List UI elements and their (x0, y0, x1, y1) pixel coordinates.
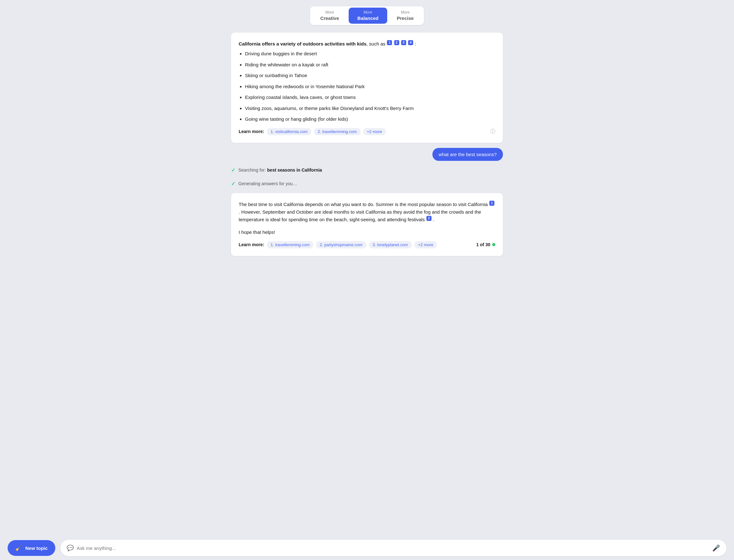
first-answer-intro-rest: , such as (366, 41, 385, 46)
mode-balanced-button[interactable]: More Balanced (349, 8, 388, 24)
status-generating-text: Generating answers for you… (238, 181, 297, 186)
second-learn-more-row: Learn more: 1. travellemming.com 2. part… (239, 241, 495, 248)
user-message-text: what are the best seasons? (432, 148, 503, 161)
second-link-2[interactable]: 2. partyshopmaine.com (316, 241, 366, 248)
mode-balanced-bottom: Balanced (358, 15, 379, 21)
first-link-1[interactable]: 1. visitcalifornia.com (267, 128, 311, 135)
list-item: Exploring coastal islands, lava caves, o… (245, 94, 495, 101)
list-item: Visiting zoos, aquariums, or theme parks… (245, 105, 495, 112)
first-learn-more-row: Learn more: 1. visitcalifornia.com 2. tr… (239, 128, 495, 135)
second-link-3[interactable]: 3. lonelyplanet.com (369, 241, 412, 248)
first-answer-intro: California offers a variety of outdoors … (239, 40, 495, 48)
broom-icon: 🧹 (15, 545, 22, 551)
first-answer-list: Driving dune buggies in the desert Ridin… (245, 50, 495, 123)
status-generating-row: ✓ Generating answers for you… (231, 180, 503, 188)
green-dot-icon (492, 243, 495, 246)
search-bar: 💬 🎤 (60, 540, 726, 556)
second-link-more[interactable]: +2 more (414, 241, 437, 248)
new-topic-button[interactable]: 🧹 New topic (8, 540, 55, 556)
chat-area: California offers a variety of outdoors … (231, 33, 503, 560)
list-item: Going wine tasting or hang gliding (for … (245, 116, 495, 123)
mode-precise-bottom: Precise (397, 15, 413, 21)
second-para1b-text: . However, September and October are ide… (239, 209, 481, 222)
mode-balanced-top: More (358, 10, 379, 15)
citation-4: 4 (408, 40, 413, 45)
first-learn-more-label: Learn more: (239, 129, 264, 134)
citation-s2: 2 (426, 216, 431, 221)
second-para1c-text: . (433, 217, 434, 222)
status-searching-bold: best seasons in California (267, 167, 322, 173)
second-link-1[interactable]: 1. travellemming.com (267, 241, 314, 248)
mic-icon[interactable]: 🎤 (712, 544, 720, 552)
second-answer-card: The best time to visit California depend… (231, 193, 503, 256)
new-topic-label: New topic (25, 545, 48, 551)
second-para1-text: The best time to visit California depend… (239, 202, 488, 207)
page-count-text: 1 of 30 (476, 242, 490, 247)
bottom-bar: 🧹 New topic 💬 🎤 (0, 536, 734, 560)
first-link-more[interactable]: +2 more (363, 128, 386, 135)
list-item: Riding the whitewater on a kayak or raft (245, 61, 495, 69)
first-answer-intro-bold: California offers a variety of outdoors … (239, 41, 366, 46)
mode-creative-top: More (320, 10, 339, 15)
status-searching-row: ✓ Searching for: best seasons in Califor… (231, 166, 503, 174)
check-icon-2: ✓ (231, 181, 235, 187)
first-link-2[interactable]: 2. travellemming.com (314, 128, 361, 135)
second-answer-para2: I hope that helps! (239, 228, 495, 236)
citation-2: 2 (394, 40, 399, 45)
list-item: Skiing or sunbathing in Tahoe (245, 72, 495, 79)
mode-creative-button[interactable]: More Creative (311, 8, 348, 24)
user-message-bubble: what are the best seasons? (231, 148, 503, 161)
info-icon[interactable]: ⓘ (490, 128, 495, 135)
check-icon-1: ✓ (231, 167, 235, 173)
mode-creative-bottom: Creative (320, 15, 339, 21)
mode-precise-top: More (397, 10, 413, 15)
mode-selector: More Creative More Balanced More Precise (231, 6, 503, 25)
list-item: Hiking among the redwoods or in Yosemite… (245, 83, 495, 90)
chat-icon: 💬 (67, 545, 74, 551)
citation-1: 1 (387, 40, 392, 45)
search-input[interactable] (77, 545, 709, 551)
first-answer-card: California offers a variety of outdoors … (231, 33, 503, 143)
mode-precise-button[interactable]: More Precise (388, 8, 422, 24)
citation-3: 3 (401, 40, 406, 45)
page-count: 1 of 30 (476, 242, 495, 247)
status-searching-text: Searching for: best seasons in Californi… (238, 167, 322, 173)
citation-s1: 1 (489, 201, 494, 206)
second-learn-more-label: Learn more: (239, 242, 264, 247)
second-answer-para1: The best time to visit California depend… (239, 201, 495, 223)
list-item: Driving dune buggies in the desert (245, 50, 495, 58)
